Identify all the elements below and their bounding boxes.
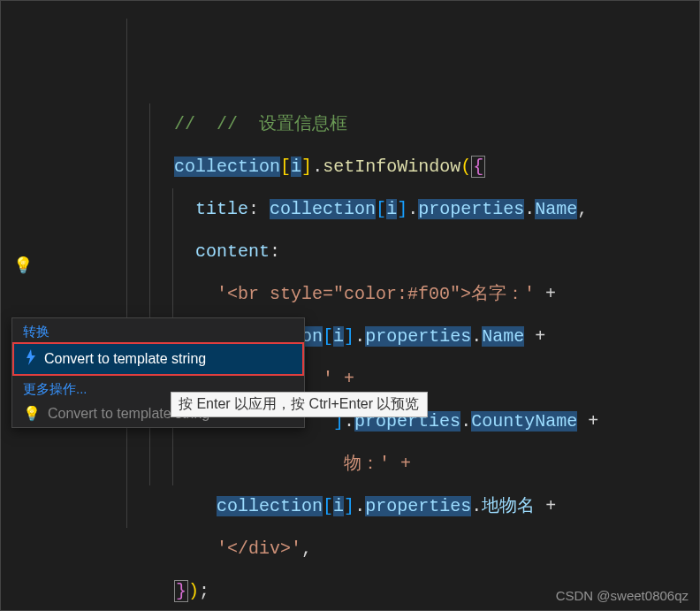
code-line[interactable]: '<br style="color:#f00">名字：' + bbox=[36, 188, 699, 231]
code-line[interactable]: title: collection[i].properties.Name, bbox=[36, 103, 699, 146]
code-editor[interactable]: // // 设置信息框 collection[i].setInfoWindow(… bbox=[36, 1, 699, 610]
code-line[interactable]: }); bbox=[36, 485, 699, 528]
code-line[interactable]: ' + bbox=[36, 273, 699, 316]
editor-gutter: 💡 bbox=[1, 1, 36, 610]
watermark-text: CSDN @sweet0806qz bbox=[556, 588, 689, 603]
quickfix-section-header: 转换 bbox=[12, 318, 304, 342]
quickfix-item-convert-template[interactable]: Convert to template string bbox=[12, 342, 304, 376]
hint-tooltip: 按 Enter 以应用，按 Ctrl+Enter 以预览 bbox=[171, 392, 428, 417]
quickfix-item-label: Convert to template string bbox=[44, 351, 206, 367]
code-line[interactable]: '</div>', bbox=[36, 443, 699, 485]
lightbulb-icon: 💡 bbox=[23, 405, 41, 422]
bolt-icon bbox=[25, 349, 37, 369]
lightbulb-icon[interactable]: 💡 bbox=[13, 256, 33, 275]
code-line[interactable]: collection[i].setInfoWindow({ bbox=[36, 61, 699, 103]
code-line[interactable]: collection[i].properties.Name + bbox=[36, 231, 699, 273]
code-line[interactable]: // // 设置信息框 bbox=[36, 19, 699, 61]
code-line[interactable]: content: bbox=[36, 146, 699, 188]
